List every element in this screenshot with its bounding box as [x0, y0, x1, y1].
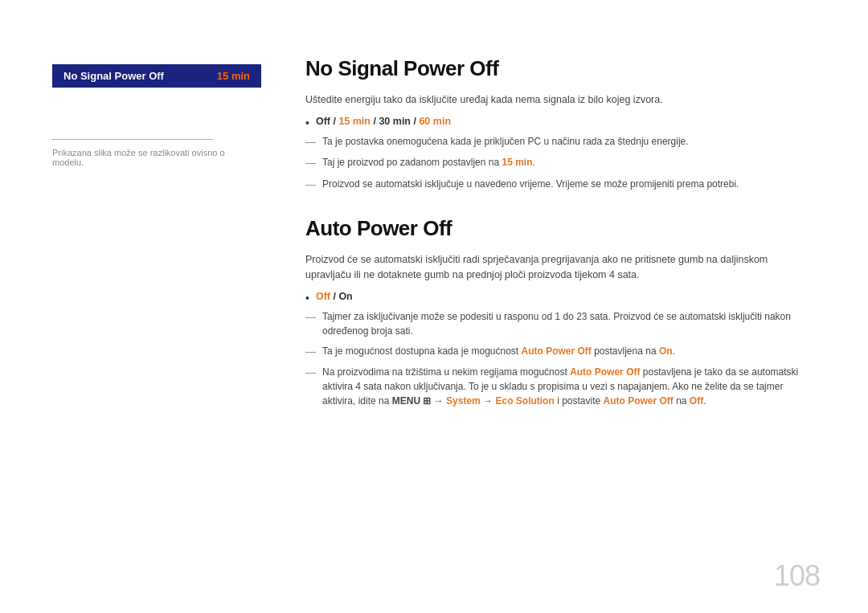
section1-dash1-text: Ta je postavka onemogućena kada je prikl… — [322, 134, 804, 149]
section1-title: No Signal Power Off — [305, 56, 804, 81]
section2-dash3-h4: Auto Power Off — [604, 395, 674, 407]
sidebar: No Signal Power Off 15 min Prikazana sli… — [0, 0, 273, 613]
section2-dash3-suffix: . — [703, 395, 706, 407]
section1-bullet: • Off / 15 min / 30 min / 60 min — [305, 116, 804, 129]
page-number: 108 — [774, 559, 820, 593]
section1-bullet-h1: 15 min — [338, 116, 371, 127]
section2-arrow1: → — [431, 395, 446, 407]
section2-bullet: • Off / On — [305, 291, 804, 304]
section2-dash3-menu: MENU — [392, 395, 420, 407]
section1-dash2-suffix: . — [533, 157, 535, 168]
section2-dash3-h1: Auto Power Off — [570, 366, 640, 378]
sidebar-divider — [52, 139, 213, 140]
bullet-dot-2: • — [305, 292, 309, 304]
section1-bullet-middle: / 30 min / — [371, 116, 419, 127]
dash-symbol-3: — — [305, 177, 316, 193]
section2-dash3-middle3: na — [674, 395, 690, 407]
menu-item-label: No Signal Power Off — [63, 70, 164, 82]
section1-dash2-text: Taj je proizvod po zadanom postavljen na… — [322, 155, 804, 170]
section2-bullet-h1: Off — [316, 291, 330, 302]
section2-dash3-text: Na proizvodima na tržištima u nekim regi… — [322, 365, 804, 408]
section2-dash3-middle2: i postavite — [555, 395, 604, 407]
section2-dash2-h2: On — [659, 345, 673, 357]
section1-dash3: — Proizvod se automatski isključuje u na… — [305, 177, 804, 193]
page-container: No Signal Power Off 15 min Prikazana sli… — [0, 0, 868, 613]
menu-item-no-signal[interactable]: No Signal Power Off 15 min — [52, 64, 261, 88]
section1-dash1: — Ta je postavka onemogućena kada je pri… — [305, 134, 804, 150]
section1-dash2-highlight: 15 min — [502, 157, 532, 168]
sidebar-note: Prikazana slika može se razlikovati ovis… — [52, 148, 249, 167]
section2-dash3-h3: Eco Solution — [495, 395, 554, 407]
section2-dash2-suffix: . — [673, 345, 675, 357]
section2-bullet-text: Off / On — [316, 291, 353, 302]
section2-dash1-text: Tajmer za isključivanje može se podesiti… — [322, 309, 804, 338]
section1-intro: Uštedite energiju tako da isključite ure… — [305, 92, 804, 108]
section1-bullet-text: Off / 15 min / 30 min / 60 min — [316, 116, 451, 127]
section2-dash2-h1: Auto Power Off — [522, 345, 592, 357]
dash-symbol-1: — — [305, 134, 316, 150]
dash-symbol-4: — — [305, 309, 316, 325]
dash-symbol-6: — — [305, 365, 316, 381]
section2-dash3: — Na proizvodima na tržištima u nekim re… — [305, 365, 804, 408]
section2-dash1: — Tajmer za isključivanje može se podesi… — [305, 309, 804, 338]
section2-dash3-h2: System — [446, 395, 481, 407]
dash-symbol-5: — — [305, 344, 316, 360]
section1-bullet-prefix: Off / — [316, 116, 338, 127]
section2-intro: Proizvod će se automatski isključiti rad… — [305, 252, 804, 283]
section2-dash3-h5: Off — [690, 395, 703, 407]
section1-dash3-text: Proizvod se automatski isključuje u nave… — [322, 177, 804, 191]
section2-dash2-middle: postavljena na — [592, 345, 659, 357]
menu-item-value: 15 min — [217, 70, 250, 82]
dash-symbol-2: — — [305, 155, 316, 171]
main-content: No Signal Power Off Uštedite energiju ta… — [273, 0, 868, 613]
section2-dash2-prefix: Ta je mogućnost dostupna kada je mogućno… — [322, 345, 522, 357]
section2-title: Auto Power Off — [305, 216, 804, 241]
section2-bullet-middle: / On — [330, 291, 353, 302]
section1-bullet-h2: 60 min — [419, 116, 451, 127]
section-no-signal-power-off: No Signal Power Off Uštedite energiju ta… — [305, 56, 804, 192]
bullet-dot-1: • — [305, 116, 309, 129]
section1-dash2-prefix: Taj je proizvod po zadanom postavljen na — [322, 157, 502, 168]
section2-menu-icon: ⊞ — [423, 395, 431, 407]
section2-dash2-text: Ta je mogućnost dostupna kada je mogućno… — [322, 344, 804, 358]
section2-dash2: — Ta je mogućnost dostupna kada je moguć… — [305, 344, 804, 360]
section2-dash3-prefix: Na proizvodima na tržištima u nekim regi… — [322, 366, 570, 378]
section-auto-power-off: Auto Power Off Proizvod će se automatski… — [305, 216, 804, 408]
section2-arrow2: → — [481, 395, 496, 407]
section1-dash2: — Taj je proizvod po zadanom postavljen … — [305, 155, 804, 171]
